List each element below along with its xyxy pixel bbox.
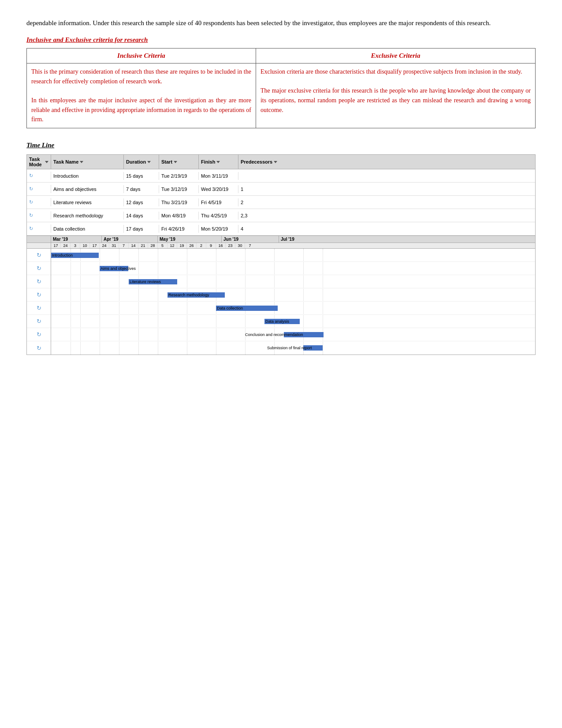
task-start-cell: Tue 3/12/19 <box>159 185 199 193</box>
table-row: ↻ Introduction 15 days Tue 2/19/19 Mon 3… <box>27 169 535 183</box>
task-start-cell: Thu 3/21/19 <box>159 198 199 206</box>
bar-label-lit: Literature reviews <box>130 280 161 284</box>
task-dur-cell: 12 days <box>124 198 159 206</box>
date-cell: 26 <box>187 243 197 248</box>
col-header-mode: Task Mode <box>27 155 51 169</box>
task-pred-cell: 2 <box>238 198 535 206</box>
criteria-section: Inclusive and Exclusive criteria for res… <box>26 36 536 128</box>
col1-header: Inclusive Criteria <box>27 49 256 63</box>
task-icon-cell: ↻ <box>27 288 51 302</box>
task-icon-cell: ↻ <box>27 275 51 288</box>
intro-paragraph: dependable information. Under this resea… <box>26 18 536 28</box>
col2-header: Exclusive Criteria <box>256 49 535 63</box>
table-row: ↻ Aims and objectives 7 days Tue 3/12/19… <box>27 183 535 196</box>
date-cell: 2 <box>197 243 206 248</box>
task-mode-cell: ↻ <box>27 198 51 206</box>
chart-row: Aims and objectives <box>51 262 535 275</box>
bar-label-conclusion: Conclusion and recommendation <box>245 332 303 337</box>
table-row: ↻ Literature reviews 12 days Thu 3/21/19… <box>27 196 535 209</box>
task-start-cell: Fri 4/26/19 <box>159 225 199 233</box>
task-mode-cell: ↻ <box>27 172 51 180</box>
task-name-cell: Introduction <box>51 172 124 180</box>
bar-label-method: Research methodology <box>168 293 209 297</box>
chart-row: Data collection <box>51 302 535 315</box>
task-name-cell: Aims and objectives <box>51 185 124 193</box>
pred-dropdown-arrow[interactable] <box>274 161 277 163</box>
month-jun: Jun '19 <box>222 236 279 243</box>
task-name-cell: Data collection <box>51 225 124 233</box>
date-cell: 9 <box>206 243 216 248</box>
bar-label-collection: Data collection <box>217 306 243 310</box>
bar-label-aims: Aims and objectives <box>100 266 136 271</box>
gantt-bars-container: ↻ ↻ ↻ ↻ ↻ ↻ ↻ ↻ <box>27 249 535 355</box>
task-mode-cell: ↻ <box>27 185 51 193</box>
task-finish-cell: Thu 4/25/19 <box>199 212 238 220</box>
mode-bar-spacer: ↻ ↻ ↻ ↻ ↻ ↻ ↻ ↻ <box>27 249 51 355</box>
chart-row: Data analysis <box>51 315 535 328</box>
date-cell: 3 <box>71 243 80 248</box>
task-pred-cell: 1 <box>238 185 535 193</box>
date-cell: 17 <box>90 243 100 248</box>
month-apr: Apr '19 <box>102 236 158 243</box>
bar-label-submission: Submission of final report <box>267 346 312 350</box>
date-cell: 7 <box>119 243 129 248</box>
name-dropdown-arrow[interactable] <box>80 161 83 163</box>
table-row: ↻ Research methodology 14 days Mon 4/8/1… <box>27 209 535 222</box>
date-cell: 17 <box>51 243 61 248</box>
task-icon-cell: ↻ <box>27 341 51 355</box>
chart-row: Literature reviews <box>51 275 535 288</box>
dates-row: 17 24 3 10 17 24 31 7 14 21 28 5 12 1 <box>51 243 535 248</box>
date-cell: 23 <box>226 243 235 248</box>
month-may: May '19 <box>158 236 222 243</box>
date-cell: 10 <box>80 243 90 248</box>
col-header-name: Task Name <box>51 155 124 169</box>
finish-dropdown-arrow[interactable] <box>216 161 220 163</box>
date-cell: 12 <box>167 243 177 248</box>
task-icon-cell: ↻ <box>27 249 51 262</box>
chart-bars: Introduction Aims and objectives Literat… <box>51 249 535 355</box>
task-finish-cell: Mon 5/20/19 <box>199 225 238 233</box>
gantt-header: Task Mode Task Name Duration Start Finis… <box>27 155 535 169</box>
date-cell: 28 <box>148 243 158 248</box>
task-dur-cell: 15 days <box>124 172 159 180</box>
timeline-heading: Time Line <box>26 142 536 149</box>
task-icon-cell: ↻ <box>27 315 51 328</box>
date-cell: 24 <box>100 243 109 248</box>
table-row: ↻ Data collection 17 days Fri 4/26/19 Mo… <box>27 222 535 235</box>
timeline-section: Time Line Task Mode Task Name Duration S… <box>26 142 536 355</box>
dur-dropdown-arrow[interactable] <box>147 161 151 163</box>
mode-dropdown-arrow[interactable] <box>45 161 48 163</box>
date-cell: 16 <box>216 243 226 248</box>
task-dur-cell: 7 days <box>124 185 159 193</box>
chart-row: Conclusion and recommendation <box>51 328 535 341</box>
task-mode-month-spacer <box>27 236 51 243</box>
col-header-start: Start <box>159 155 199 169</box>
task-icon-cell: ↻ <box>27 302 51 315</box>
task-pred-cell: 4 <box>238 225 535 233</box>
task-name-cell: Research methodology <box>51 212 124 220</box>
start-dropdown-arrow[interactable] <box>174 161 177 163</box>
task-start-cell: Tue 2/19/19 <box>159 172 199 180</box>
col-header-predecessors: Predecessors <box>238 155 535 169</box>
task-finish-cell: Fri 4/5/19 <box>199 198 238 206</box>
criteria-heading: Inclusive and Exclusive criteria for res… <box>26 36 536 44</box>
months-header: Mar '19 Apr '19 May '19 Jun '19 Jul '19 <box>27 236 535 243</box>
dates-spacer <box>27 243 51 248</box>
task-finish-cell: Wed 3/20/19 <box>199 185 238 193</box>
task-start-cell: Mon 4/8/19 <box>159 212 199 220</box>
bar-label-introduction: Introduction <box>52 253 73 258</box>
chart-row: Research methodology <box>51 288 535 302</box>
task-dur-cell: 17 days <box>124 225 159 233</box>
col-header-finish: Finish <box>199 155 238 169</box>
task-dur-cell: 14 days <box>124 212 159 220</box>
col-header-duration: Duration <box>124 155 159 169</box>
date-cell: 5 <box>158 243 167 248</box>
criteria-table: Inclusive Criteria Exclusive Criteria Th… <box>26 48 536 128</box>
gantt-chart-area: Mar '19 Apr '19 May '19 Jun '19 Jul '19 … <box>27 235 535 355</box>
date-cell: 24 <box>61 243 71 248</box>
col2-body: Exclusion criteria are those characteris… <box>256 63 535 128</box>
date-cell: 19 <box>177 243 187 248</box>
date-cell: 31 <box>109 243 119 248</box>
dates-header: 17 24 3 10 17 24 31 7 14 21 28 5 12 1 <box>27 243 535 249</box>
task-name-cell: Literature reviews <box>51 198 124 206</box>
